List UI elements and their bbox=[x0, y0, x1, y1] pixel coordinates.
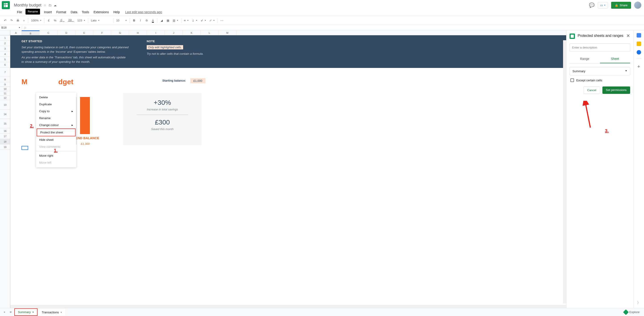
ctx-protect-sheet[interactable]: Protect the sheet bbox=[37, 128, 76, 136]
bold-btn[interactable]: B bbox=[131, 18, 137, 23]
row-head[interactable]: 13 bbox=[0, 100, 10, 109]
col-head[interactable]: A bbox=[10, 30, 22, 35]
present-button[interactable]: ▭ ▼ bbox=[598, 2, 608, 8]
row-head[interactable]: 12 bbox=[0, 96, 10, 100]
row-head[interactable]: 11 bbox=[0, 91, 10, 96]
starting-balance-value[interactable]: £1,000 bbox=[190, 78, 206, 83]
scrollbar-horizontal[interactable] bbox=[10, 305, 566, 308]
add-sheet-icon[interactable]: + bbox=[2, 310, 7, 315]
last-edit-text[interactable]: Last edit was seconds ago bbox=[125, 10, 162, 14]
add-addon-icon[interactable]: + bbox=[637, 64, 640, 69]
ctx-hide-sheet[interactable]: Hide sheet bbox=[36, 136, 76, 143]
ctx-rename[interactable]: Rename bbox=[36, 115, 76, 122]
print-icon[interactable]: 🖶 bbox=[15, 18, 20, 23]
menu-data[interactable]: Data bbox=[69, 9, 79, 15]
cancel-button[interactable]: Cancel bbox=[584, 86, 600, 94]
sheets-logo[interactable] bbox=[2, 1, 10, 9]
col-head[interactable]: G bbox=[111, 30, 129, 35]
redo-icon[interactable]: ↷ bbox=[8, 18, 14, 23]
menu-help[interactable]: Help bbox=[112, 9, 122, 15]
merge-select[interactable]: ▥▼ bbox=[171, 18, 180, 22]
row-head[interactable]: 14 bbox=[0, 109, 10, 119]
col-head[interactable]: E bbox=[75, 30, 93, 35]
text-color-btn[interactable]: A bbox=[150, 18, 156, 23]
sheet-select[interactable]: Summary ▼ bbox=[570, 67, 630, 75]
sheet-tab-summary[interactable]: Summary ▼ bbox=[14, 309, 38, 316]
col-head[interactable]: L bbox=[200, 30, 218, 35]
close-icon[interactable]: ✕ bbox=[626, 33, 630, 38]
set-permissions-button[interactable]: Set permissions bbox=[602, 86, 630, 94]
except-cells-checkbox[interactable]: Except certain cells bbox=[570, 78, 629, 82]
col-head[interactable]: M bbox=[218, 30, 236, 35]
menu-extensions[interactable]: Extensions bbox=[92, 9, 110, 15]
calendar-icon[interactable] bbox=[636, 33, 641, 37]
col-head[interactable]: D bbox=[58, 30, 75, 35]
star-icon[interactable]: ☆ bbox=[44, 3, 46, 7]
italic-btn[interactable]: I bbox=[138, 18, 143, 23]
row-head[interactable]: 2 bbox=[0, 41, 10, 46]
font-select[interactable]: Lato▼ bbox=[90, 18, 112, 22]
selected-cell[interactable] bbox=[22, 146, 28, 150]
select-all-corner[interactable] bbox=[0, 30, 10, 35]
ctx-delete[interactable]: Delete bbox=[36, 94, 76, 101]
user-avatar[interactable] bbox=[634, 1, 641, 9]
v-align-select[interactable]: ⤓▼ bbox=[190, 18, 199, 22]
row-head[interactable]: 16 bbox=[0, 128, 10, 134]
name-box[interactable]: B18▼ bbox=[0, 26, 22, 29]
cloud-icon[interactable]: ☁ bbox=[54, 3, 56, 7]
keep-icon[interactable] bbox=[636, 41, 641, 46]
col-head[interactable]: J bbox=[165, 30, 183, 35]
explore-button[interactable]: Explore bbox=[621, 309, 642, 315]
doc-title[interactable]: Monthly budget bbox=[14, 3, 41, 7]
wrap-select[interactable]: ↲▼ bbox=[199, 18, 208, 22]
scrollbar-vertical[interactable] bbox=[563, 40, 566, 304]
tab-range[interactable]: Range bbox=[570, 55, 600, 63]
paint-format-icon[interactable]: ⟐ bbox=[21, 18, 27, 23]
hide-panel-icon[interactable]: 〉 bbox=[637, 301, 641, 305]
fill-color-icon[interactable]: ◢ bbox=[159, 18, 164, 23]
formula-input[interactable] bbox=[28, 25, 644, 30]
col-head[interactable]: I bbox=[147, 30, 165, 35]
menu-file[interactable]: File bbox=[15, 9, 24, 15]
sheet-tab-transactions[interactable]: Transactions ▼ bbox=[38, 309, 65, 316]
rotate-select[interactable]: ⤢▼ bbox=[208, 18, 216, 22]
row-head[interactable]: 4 bbox=[0, 51, 10, 57]
row-head[interactable]: 5 bbox=[0, 57, 10, 62]
row-head[interactable]: 10 bbox=[0, 87, 10, 91]
borders-icon[interactable]: ▦ bbox=[165, 18, 171, 23]
currency-btn[interactable]: £ bbox=[46, 18, 52, 23]
col-head[interactable]: K bbox=[183, 30, 200, 35]
font-size-select[interactable]: 10▼ bbox=[115, 18, 128, 22]
row-head[interactable]: 1 bbox=[0, 35, 10, 41]
strike-btn[interactable]: S bbox=[144, 18, 150, 23]
menu-insert[interactable]: Insert bbox=[42, 9, 54, 15]
undo-icon[interactable]: ↶ bbox=[2, 18, 8, 23]
col-head[interactable]: F bbox=[93, 30, 111, 35]
row-head[interactable]: 9 bbox=[0, 82, 10, 87]
tab-sheet[interactable]: Sheet bbox=[600, 55, 630, 63]
row-head[interactable]: 18 bbox=[0, 139, 10, 144]
zoom-select[interactable]: 100%▼ bbox=[30, 18, 43, 22]
description-input[interactable]: Enter a description bbox=[570, 43, 630, 52]
ctx-move-right[interactable]: Move right bbox=[36, 152, 76, 159]
percent-btn[interactable]: % bbox=[52, 18, 58, 23]
menu-format[interactable]: Format bbox=[54, 9, 68, 15]
increase-decimal-btn[interactable]: .00→ bbox=[66, 18, 76, 23]
ctx-change-colour[interactable]: Change colour▶ bbox=[36, 122, 76, 128]
row-head[interactable]: 19 bbox=[0, 144, 10, 150]
row-head[interactable]: 8 bbox=[0, 77, 10, 82]
row-head[interactable]: 6 bbox=[0, 62, 10, 67]
menu-tools[interactable]: Tools bbox=[80, 9, 91, 15]
all-sheets-icon[interactable]: ≡ bbox=[8, 310, 14, 315]
col-head[interactable]: B bbox=[22, 30, 40, 35]
comment-history-icon[interactable]: 💬 bbox=[589, 2, 594, 8]
row-head[interactable]: 7 bbox=[0, 67, 10, 77]
tasks-icon[interactable] bbox=[636, 50, 641, 54]
decrease-decimal-btn[interactable]: .0← bbox=[58, 18, 66, 23]
row-head[interactable]: 17 bbox=[0, 134, 10, 139]
more-tools-icon[interactable]: ⋯ bbox=[219, 18, 225, 23]
col-head[interactable]: C bbox=[40, 30, 58, 35]
row-head[interactable]: 15 bbox=[0, 119, 10, 128]
number-format-select[interactable]: 123▼ bbox=[76, 18, 87, 22]
share-button[interactable]: 🔒 Share bbox=[611, 2, 631, 9]
